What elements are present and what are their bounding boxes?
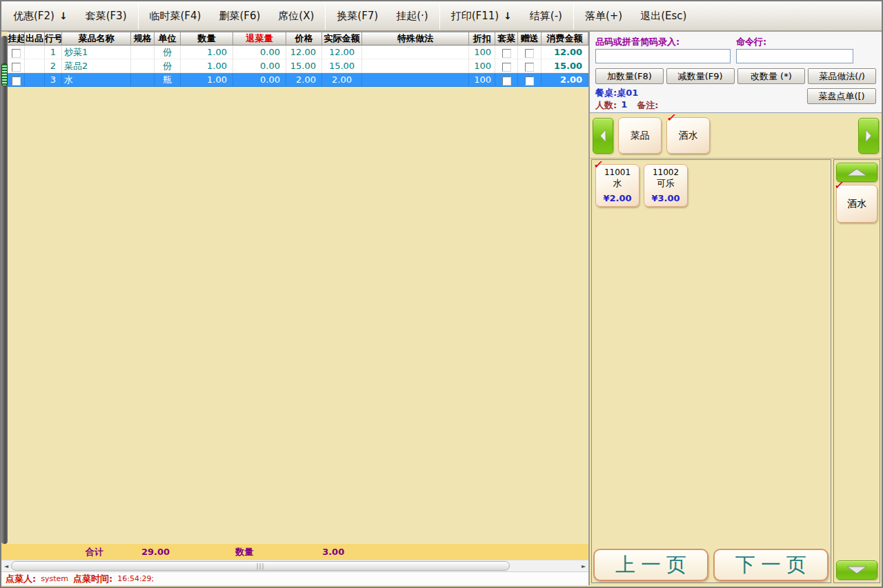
qty-cell: 1.00 [181,59,233,73]
tab-drinks[interactable]: ✓ 酒水 [666,117,710,154]
vertical-scrollbar-thumb[interactable] [1,63,8,86]
order-list-pane: 挂起 出品 行号 菜品名称 规格 单位 数量 退菜量 价格 实际金额 特殊做法 … [1,32,590,585]
code-entry-input[interactable] [595,49,731,63]
delete-dish-button[interactable]: 删菜(F6) [210,3,269,28]
dropdown-arrow-icon: ↓ [59,10,68,21]
unit-cell: 份 [155,45,181,59]
delete-dish-button-label: 删菜(F6) [219,10,260,23]
setmeal-cell [495,73,518,87]
return-qty-cell: 0.00 [233,59,286,73]
change-dish-button[interactable]: 换菜(F7) [328,3,387,28]
hold-checkbox[interactable] [12,49,21,58]
main-content: 挂起 出品 行号 菜品名称 规格 单位 数量 退菜量 价格 实际金额 特殊做法 … [1,32,882,585]
gift-checkbox[interactable] [525,63,534,72]
header-dish-name: 菜品名称 [62,32,131,45]
totals-band: 合计 29.00 数量 3.00 [1,544,588,560]
gift-checkbox[interactable] [525,77,534,85]
table-vertical-scrollbar[interactable] [1,36,8,544]
hold-checkbox[interactable] [12,77,21,85]
setmeal-checkbox[interactable] [502,63,511,72]
add-qty-button[interactable]: 加数量(F8) [595,68,664,84]
selection-pane: 品码或拼音简码录入: 命令行: 加数量(F8) 减数量(F9) 改数量 (*) … [590,32,882,585]
tab-dishes[interactable]: 菜品 [618,117,662,154]
hold-checkbox[interactable] [12,63,21,72]
line-no-cell: 2 [45,59,62,73]
setmeal-checkbox[interactable] [502,49,511,58]
gift-cell [518,59,542,73]
up-arrow-icon [846,168,867,176]
command-line-label: 命令行: [736,36,766,48]
horizontal-scrollbar-thumb[interactable]: ||| [11,561,510,571]
hold-order-button-label: 挂起(·) [396,10,428,23]
special-method-cell [362,59,469,73]
tab-dishes-label: 菜品 [631,130,650,142]
table-horizontal-scrollbar[interactable]: ◄ ||| ► [1,560,588,571]
print-button[interactable]: 打印(F11)↓ [442,3,521,28]
category-scroll-right-button[interactable] [858,118,879,154]
product-area: ✓ 11001 水 ¥2.00 11002 可乐 ¥3.00 上一页 [590,159,882,585]
toolbar-separator [138,2,139,30]
product-card-cola[interactable]: 11002 可乐 ¥3.00 [644,164,688,207]
category-side-column: ✓ 酒水 [833,159,880,583]
discount-cell: 100 [469,73,495,87]
hold-cell [8,59,25,73]
out-cell [25,59,45,73]
table-empty-area [8,87,588,544]
setmeal-cell [495,45,518,59]
prev-page-button[interactable]: 上一页 [593,549,708,581]
left-arrow-icon [598,129,608,143]
plate-order-button[interactable]: 菜盘点单([) [807,88,876,104]
exit-button[interactable]: 退出(Esc) [631,3,695,28]
actual-amount-cell: 15.00 [322,59,362,73]
set-meal-button-label: 套菜(F3) [86,10,127,23]
unit-cell: 份 [155,59,181,73]
tab-drinks-label: 酒水 [679,130,698,142]
unit-cell: 瓶 [155,73,181,87]
special-method-cell [362,73,469,87]
settle-button[interactable]: 结算(-) [521,3,571,28]
toolbar-separator [573,2,574,30]
out-cell [25,45,45,59]
product-code: 11001 [604,168,631,177]
next-page-button[interactable]: 下一页 [713,549,829,581]
hold-cell [8,73,25,87]
price-cell: 2.00 [286,73,322,87]
side-category-drinks[interactable]: ✓ 酒水 [836,185,877,223]
setmeal-checkbox[interactable] [502,77,511,85]
command-line-input[interactable] [736,49,853,63]
hold-order-button[interactable]: 挂起(·) [387,3,437,28]
exit-button-label: 退出(Esc) [640,10,686,23]
seat-button[interactable]: 席位(X) [269,3,323,28]
scroll-down-button[interactable] [836,560,877,580]
dish-name-cell: 水 [62,73,131,87]
pos-window: 优惠(F2)↓ 套菜(F3) 临时菜(F4) 删菜(F6) 席位(X) 换菜(F… [0,0,883,588]
product-price: ¥2.00 [603,193,631,203]
qty-cell: 1.00 [181,45,233,59]
reduce-qty-button[interactable]: 减数量(F9) [666,68,735,84]
header-actual-amount: 实际金额 [322,32,362,45]
header-qty: 数量 [181,32,233,45]
actual-amount-cell: 12.00 [322,45,362,59]
gift-cell [518,45,542,59]
set-meal-button[interactable]: 套菜(F3) [77,3,136,28]
scroll-right-arrow-icon[interactable]: ► [579,560,588,571]
scroll-left-arrow-icon[interactable]: ◄ [1,560,11,571]
table-row[interactable]: 1 炒菜1 份 1.00 0.00 12.00 12.00 100 12.00 [8,45,588,59]
product-code: 11002 [653,168,679,177]
line-no-cell: 1 [45,45,62,59]
order-time-label: 点菜时间: [73,573,112,585]
dish-method-button[interactable]: 菜品做法(/) [808,68,876,84]
table-row-selected[interactable]: 3 水 瓶 1.00 0.00 2.00 2.00 100 2.00 [8,73,588,87]
change-qty-button[interactable]: 改数量 (*) [737,68,806,84]
total-qty-value: 3.00 [322,547,344,557]
header-setmeal: 套菜 [495,32,518,45]
category-scroll-left-button[interactable] [593,118,613,154]
product-price: ¥3.00 [651,193,679,203]
discount-button[interactable]: 优惠(F2)↓ [4,3,77,28]
place-order-button[interactable]: 落单(+) [576,3,631,28]
product-card-water[interactable]: ✓ 11001 水 ¥2.00 [595,164,639,207]
gift-checkbox[interactable] [525,49,534,58]
table-info-block: 餐桌:桌01 人数: 1 备注: [595,87,807,112]
temp-dish-button[interactable]: 临时菜(F4) [141,3,210,28]
table-row[interactable]: 2 菜品2 份 1.00 0.00 15.00 15.00 100 15.00 [8,59,588,73]
